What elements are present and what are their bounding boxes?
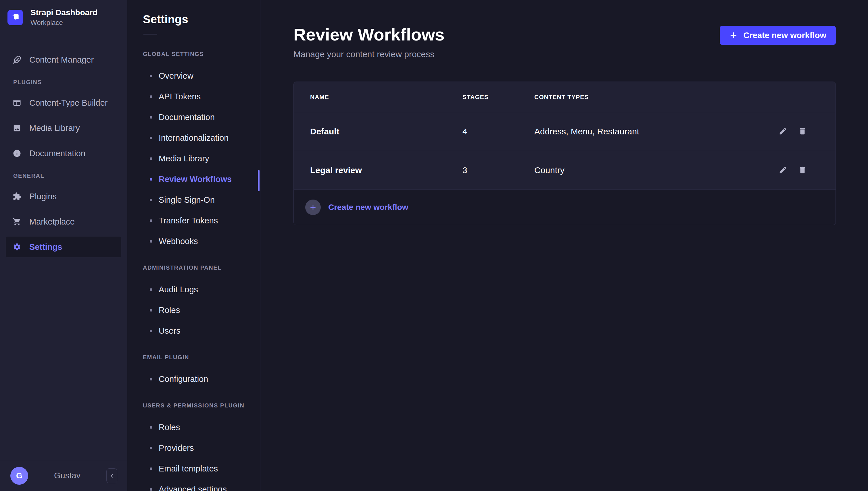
subnav-item-review-workflows[interactable]: Review Workflows bbox=[127, 169, 260, 190]
subnav-item-configuration[interactable]: Configuration bbox=[127, 369, 260, 389]
subnav-item-api-tokens[interactable]: API Tokens bbox=[127, 86, 260, 107]
subnav-item-audit-logs[interactable]: Audit Logs bbox=[127, 279, 260, 300]
info-icon bbox=[12, 149, 21, 157]
create-new-workflow-button[interactable]: Create new workflow bbox=[720, 26, 836, 45]
puzzle-icon bbox=[12, 192, 21, 201]
subnav-item-webhooks[interactable]: Webhooks bbox=[127, 231, 260, 252]
footer-create-label: Create new workflow bbox=[328, 203, 408, 212]
subnav-item-up-roles[interactable]: Roles bbox=[127, 417, 260, 438]
subnav-item-overview[interactable]: Overview bbox=[127, 65, 260, 86]
table-row[interactable]: Default 4 Address, Menu, Restaurant bbox=[294, 112, 836, 151]
strapi-logo-icon bbox=[7, 10, 23, 25]
sidebar-item-documentation[interactable]: Documentation bbox=[6, 143, 121, 164]
subnav-item-users[interactable]: Users bbox=[127, 320, 260, 341]
subnav-scrollbar-thumb[interactable] bbox=[258, 170, 260, 191]
collapse-sidebar-button[interactable] bbox=[106, 468, 117, 483]
workspace-name: Workplace bbox=[30, 19, 98, 27]
subnav-item-documentation[interactable]: Documentation bbox=[127, 107, 260, 127]
subnav-item-single-sign-on[interactable]: Single Sign-On bbox=[127, 190, 260, 210]
add-workflow-circle-button[interactable] bbox=[305, 200, 321, 215]
bullet-dot bbox=[150, 378, 152, 380]
sidebar-item-content-type-builder[interactable]: Content-Type Builder bbox=[6, 92, 121, 113]
plus-icon bbox=[309, 204, 317, 211]
subnav-item-roles[interactable]: Roles bbox=[127, 300, 260, 320]
subnav-item-providers[interactable]: Providers bbox=[127, 438, 260, 458]
subnav-item-label: Review Workflows bbox=[159, 175, 232, 184]
settings-subnav: Settings GLOBAL SETTINGS Overview API To… bbox=[127, 0, 261, 491]
sidebar-item-label: Marketplace bbox=[29, 217, 75, 227]
subnav-item-advanced-settings[interactable]: Advanced settings bbox=[127, 479, 260, 491]
sidebar-item-label: Content Manager bbox=[29, 55, 94, 65]
bullet-dot bbox=[150, 199, 152, 201]
page-subtitle: Manage your content review process bbox=[294, 49, 445, 59]
sidebar-item-label: Settings bbox=[29, 242, 62, 252]
subnav-section-global-settings: GLOBAL SETTINGS Overview API Tokens Docu… bbox=[127, 51, 260, 252]
bullet-dot bbox=[150, 95, 152, 98]
edit-workflow-button[interactable] bbox=[779, 127, 787, 136]
bullet-dot bbox=[150, 447, 152, 450]
workflow-stages: 3 bbox=[462, 165, 534, 175]
subnav-section-label: ADMINISTRATION PANEL bbox=[143, 264, 260, 271]
strapi-logo-glyph bbox=[9, 12, 21, 23]
row-actions bbox=[743, 166, 807, 175]
sidebar-item-media-library[interactable]: Media Library bbox=[6, 118, 121, 138]
sidebar-item-label: Media Library bbox=[29, 123, 80, 133]
table-footer-create-row[interactable]: Create new workflow bbox=[294, 190, 836, 225]
sidebar-item-plugins[interactable]: Plugins bbox=[6, 186, 121, 207]
subnav-item-label: Transfer Tokens bbox=[159, 216, 218, 225]
subnav-item-media-library[interactable]: Media Library bbox=[127, 148, 260, 169]
subnav-item-label: Internationalization bbox=[159, 133, 228, 143]
main-navigation: Strapi Dashboard Workplace Content Manag… bbox=[0, 0, 127, 491]
subnav-section-label: EMAIL PLUGIN bbox=[143, 354, 260, 360]
workflow-content-types: Address, Menu, Restaurant bbox=[534, 126, 743, 136]
edit-icon bbox=[779, 166, 787, 174]
user-name: Gustav bbox=[28, 471, 106, 480]
trash-icon bbox=[798, 166, 807, 174]
subnav-section-label: GLOBAL SETTINGS bbox=[143, 51, 260, 57]
edit-workflow-button[interactable] bbox=[779, 166, 787, 175]
subnav-item-label: Users bbox=[159, 326, 181, 336]
sidebar-item-content-manager[interactable]: Content Manager bbox=[6, 49, 121, 70]
subnav-item-email-templates[interactable]: Email templates bbox=[127, 458, 260, 479]
gear-icon bbox=[12, 242, 21, 251]
create-button-label: Create new workflow bbox=[743, 31, 826, 40]
sidebar-item-settings[interactable]: Settings bbox=[6, 237, 121, 257]
subnav-item-label: Providers bbox=[159, 443, 194, 453]
table-header-row: NAME STAGES CONTENT TYPES bbox=[294, 82, 836, 112]
sidebar-item-marketplace[interactable]: Marketplace bbox=[6, 211, 121, 232]
avatar[interactable]: G bbox=[10, 467, 28, 485]
bullet-dot bbox=[150, 116, 152, 119]
cart-icon bbox=[12, 218, 21, 226]
brand-text: Strapi Dashboard Workplace bbox=[30, 8, 98, 27]
workflow-stages: 4 bbox=[462, 126, 534, 136]
subnav-title-divider bbox=[143, 34, 157, 34]
layout-icon bbox=[12, 98, 21, 107]
sidebar-item-label: Content-Type Builder bbox=[29, 98, 108, 108]
main-content: Review Workflows Manage your content rev… bbox=[261, 0, 868, 491]
bullet-dot bbox=[150, 426, 152, 429]
subnav-item-label: API Tokens bbox=[159, 92, 200, 102]
subnav-section-users-permissions-plugin: USERS & PERMISSIONS PLUGIN Roles Provide… bbox=[127, 402, 260, 491]
bullet-dot bbox=[150, 220, 152, 222]
nav-section-general: GENERAL bbox=[13, 172, 121, 179]
subnav-item-transfer-tokens[interactable]: Transfer Tokens bbox=[127, 210, 260, 231]
subnav-item-label: Roles bbox=[159, 306, 180, 315]
subnav-item-label: Media Library bbox=[159, 154, 209, 163]
image-icon bbox=[12, 124, 21, 133]
subnav-title: Settings bbox=[127, 0, 260, 26]
delete-workflow-button[interactable] bbox=[798, 127, 807, 136]
subnav-section-administration-panel: ADMINISTRATION PANEL Audit Logs Roles Us… bbox=[127, 264, 260, 341]
delete-workflow-button[interactable] bbox=[798, 166, 807, 175]
app-title: Strapi Dashboard bbox=[30, 8, 98, 17]
table-row[interactable]: Legal review 3 Country bbox=[294, 151, 836, 190]
bullet-dot bbox=[150, 75, 152, 77]
bullet-dot bbox=[150, 488, 152, 491]
page-header-text: Review Workflows Manage your content rev… bbox=[294, 25, 445, 59]
chevron-left-icon bbox=[109, 473, 115, 479]
subnav-item-internationalization[interactable]: Internationalization bbox=[127, 127, 260, 148]
subnav-item-label: Roles bbox=[159, 423, 180, 432]
brand: Strapi Dashboard Workplace bbox=[0, 0, 127, 34]
edit-icon bbox=[779, 127, 787, 136]
page-title: Review Workflows bbox=[294, 25, 445, 45]
workflow-content-types: Country bbox=[534, 165, 743, 175]
